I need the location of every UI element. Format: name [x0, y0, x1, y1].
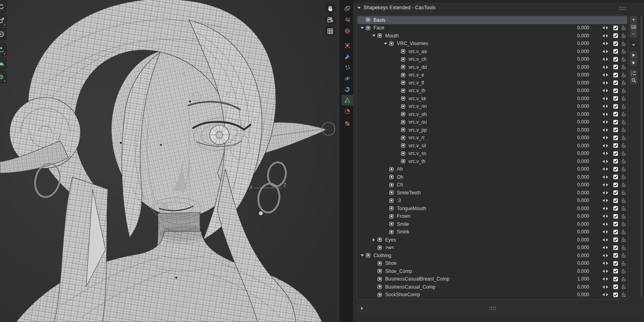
mute-checkbox[interactable]	[613, 57, 618, 62]
panel-header[interactable]: Shapekeys Extended - CasTools	[353, 3, 644, 13]
value-step-arrows[interactable]	[602, 222, 609, 226]
shapekey-row[interactable]: vrc.v_th0.000	[357, 157, 627, 165]
shapekey-row[interactable]: TongueMouth0.000	[357, 204, 627, 213]
value-step-arrows[interactable]	[602, 285, 609, 289]
shapekey-value[interactable]: 0.000	[561, 72, 589, 78]
value-step-arrows[interactable]	[602, 191, 609, 195]
shapekey-value[interactable]: 1.000	[561, 276, 589, 282]
value-step-arrows[interactable]	[602, 175, 609, 179]
shapekey-row[interactable]: vrc.v_pp0.000	[357, 126, 627, 134]
lock-icon[interactable]	[621, 237, 626, 242]
value-step-arrows[interactable]	[602, 254, 609, 258]
lock-icon[interactable]	[621, 221, 626, 227]
lock-icon[interactable]	[621, 214, 626, 219]
value-step-arrows[interactable]	[602, 293, 609, 297]
remove-shapekey-button[interactable]: −	[630, 31, 637, 37]
shapekey-value[interactable]: 0.000	[561, 96, 589, 101]
shapekey-row[interactable]: vrc.v_rr0.000	[357, 134, 627, 142]
shapekey-value[interactable]: 0.000	[561, 166, 589, 172]
lock-icon[interactable]	[621, 96, 626, 101]
lock-icon[interactable]	[621, 253, 626, 258]
mute-checkbox[interactable]	[613, 135, 618, 140]
value-step-arrows[interactable]	[602, 112, 609, 116]
mute-checkbox[interactable]	[613, 261, 618, 266]
lock-icon[interactable]	[621, 120, 626, 125]
shapekey-row[interactable]: vrc.v_ss0.000	[357, 150, 627, 158]
tab-constraints[interactable]	[341, 84, 353, 95]
value-step-arrows[interactable]	[602, 214, 609, 218]
value-step-arrows[interactable]	[602, 159, 609, 163]
panel-drag-grip[interactable]	[619, 6, 626, 10]
shapekey-value[interactable]: 0.000	[561, 284, 589, 290]
shapekey-value[interactable]: 0.000	[561, 151, 589, 156]
lock-icon[interactable]	[621, 41, 626, 46]
spin-tool-button[interactable]	[0, 43, 6, 56]
lock-icon[interactable]	[621, 111, 626, 117]
shapekey-value[interactable]: 0.000	[561, 159, 589, 164]
shapekey-row[interactable]: Basis	[357, 16, 627, 24]
shapekey-value[interactable]: 0.000	[561, 221, 589, 227]
value-step-arrows[interactable]	[602, 136, 609, 140]
tab-object[interactable]	[341, 40, 353, 51]
shapekey-row[interactable]: >w<0.000	[357, 244, 627, 252]
mute-checkbox[interactable]	[613, 268, 618, 274]
shapekey-value[interactable]: 0.000	[561, 25, 589, 31]
shapekey-row[interactable]: BusinessCasualBreast_Comp1.000	[357, 275, 627, 283]
lock-icon[interactable]	[621, 292, 626, 297]
mute-checkbox[interactable]	[613, 221, 618, 227]
shapekey-row[interactable]: Frown0.000	[357, 213, 627, 221]
move-shapekey-up-button[interactable]	[630, 52, 637, 58]
shapekey-row[interactable]: Oh0.000	[357, 173, 627, 181]
shapekey-row[interactable]: Shoe0.000	[357, 260, 627, 268]
shapekey-row[interactable]: vrc.v_ch0.000	[357, 56, 627, 64]
shapekey-value[interactable]: 0.000	[561, 206, 589, 211]
value-step-arrows[interactable]	[602, 269, 609, 273]
mute-checkbox[interactable]	[613, 245, 618, 250]
annotate-tool-button[interactable]	[0, 28, 6, 40]
value-step-arrows[interactable]	[602, 41, 609, 45]
shapekey-row[interactable]: Ah0.000	[357, 165, 627, 173]
value-step-arrows[interactable]	[602, 34, 609, 38]
shapekey-row[interactable]: Smile0.000	[357, 220, 627, 228]
proportional-falloff-tool-button[interactable]	[0, 57, 6, 69]
value-step-arrows[interactable]	[602, 230, 609, 234]
lock-icon[interactable]	[621, 167, 626, 172]
shapekey-row[interactable]: vrc.v_dd0.000	[357, 63, 627, 71]
lock-icon[interactable]	[621, 80, 626, 85]
tab-scene[interactable]	[341, 14, 353, 25]
lock-icon[interactable]	[621, 151, 626, 156]
mute-checkbox[interactable]	[613, 72, 618, 78]
collapsed-panel-header[interactable]	[356, 304, 641, 313]
shapekey-row[interactable]: vrc.v_sil0.000	[357, 142, 627, 150]
value-step-arrows[interactable]	[602, 277, 609, 281]
tab-particles[interactable]	[341, 62, 353, 73]
value-step-arrows[interactable]	[602, 50, 609, 54]
tab-view-layer[interactable]	[341, 3, 353, 14]
mute-checkbox[interactable]	[613, 127, 618, 132]
lock-icon[interactable]	[621, 277, 626, 282]
expand-arrow[interactable]	[383, 43, 388, 45]
panel-expand-icon[interactable]	[361, 307, 363, 310]
shapekey-row[interactable]: vrc.v_ff0.000	[357, 79, 627, 87]
mute-checkbox[interactable]	[613, 88, 618, 93]
lock-icon[interactable]	[621, 174, 626, 180]
mute-checkbox[interactable]	[613, 167, 618, 172]
shapekey-value[interactable]: 0.000	[561, 33, 589, 39]
mute-checkbox[interactable]	[613, 151, 618, 156]
lock-icon[interactable]	[621, 25, 626, 31]
expand-arrow[interactable]	[371, 238, 376, 242]
shapekey-row[interactable]: BusinessCasual_Comp0.000	[357, 283, 627, 291]
viewport-3d[interactable]: XYZXZYZ	[0, 0, 340, 322]
mute-checkbox[interactable]	[613, 96, 618, 101]
value-step-arrows[interactable]	[602, 198, 609, 202]
shapekey-row[interactable]: vrc.v_aa0.000	[357, 47, 627, 56]
toggle-grid-gizmo-button[interactable]	[324, 25, 336, 37]
shapekey-value[interactable]: 0.000	[561, 49, 589, 54]
shapekey-value[interactable]: 0.000	[561, 292, 589, 297]
shapekey-row[interactable]: Ch0.000	[357, 181, 627, 189]
shapekey-value[interactable]: 0.000	[561, 119, 589, 125]
shapekey-value[interactable]: 0.000	[561, 135, 589, 140]
value-step-arrows[interactable]	[602, 65, 609, 69]
mute-checkbox[interactable]	[613, 104, 618, 109]
value-step-arrows[interactable]	[602, 167, 609, 171]
